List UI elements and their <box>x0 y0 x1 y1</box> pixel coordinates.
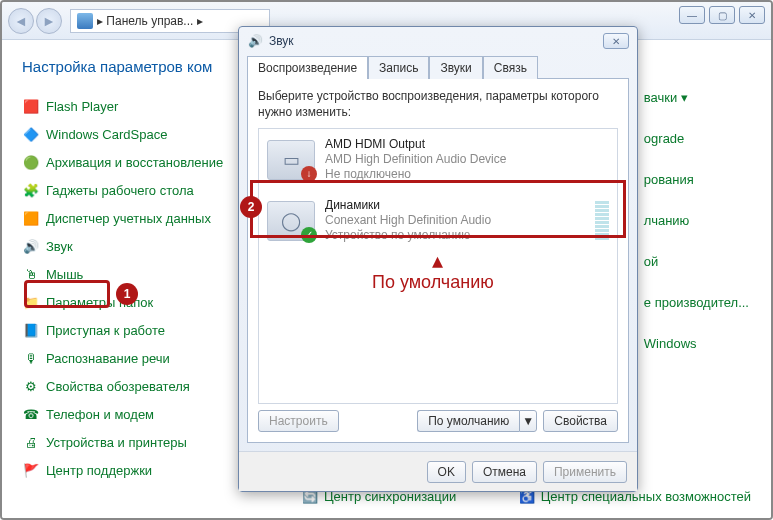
cp-item[interactable]: 🟧Диспетчер учетных данных <box>22 209 223 227</box>
cp-item-icon: ⚙ <box>22 377 40 395</box>
control-panel-icon <box>77 13 93 29</box>
cancel-button[interactable]: Отмена <box>472 461 537 483</box>
cp-item-icon: ☎ <box>22 405 40 423</box>
tab-Связь[interactable]: Связь <box>483 56 538 79</box>
annotation-highlight-sound <box>24 280 110 308</box>
configure-button[interactable]: Настроить <box>258 410 339 432</box>
tab-Запись[interactable]: Запись <box>368 56 429 79</box>
cp-item-label: Свойства обозревателя <box>46 379 190 394</box>
annotation-badge-2: 2 <box>240 196 262 218</box>
annotation-default-label: По умолчанию <box>372 272 494 293</box>
tab-Звуки[interactable]: Звуки <box>429 56 482 79</box>
speaker-icon: 🔊 <box>247 33 263 49</box>
right-hint[interactable]: ой <box>644 254 749 269</box>
dialog-titlebar: 🔊 Звук ✕ <box>239 27 637 55</box>
right-hint[interactable]: лчанию <box>644 213 749 228</box>
right-hint[interactable]: е производител... <box>644 295 749 310</box>
cp-item[interactable]: 📘Приступая к работе <box>22 321 223 339</box>
nav-back-button[interactable]: ◄ <box>8 8 34 34</box>
cp-item-icon: 🚩 <box>22 461 40 479</box>
cp-item-label: Архивация и восстановление <box>46 155 223 170</box>
cp-item[interactable]: 🖨Устройства и принтеры <box>22 433 223 451</box>
dialog-title-text: Звук <box>269 34 294 48</box>
nav-forward-button[interactable]: ► <box>36 8 62 34</box>
set-default-dropdown[interactable]: ▼ <box>519 410 537 432</box>
cp-item-label: Приступая к работе <box>46 323 165 338</box>
cp-item-icon: 🟧 <box>22 209 40 227</box>
cp-item-label: Устройства и принтеры <box>46 435 187 450</box>
tab-Воспроизведение[interactable]: Воспроизведение <box>247 56 368 79</box>
cp-item-label: Гаджеты рабочего стола <box>46 183 194 198</box>
maximize-button[interactable]: ▢ <box>709 6 735 24</box>
close-button[interactable]: ✕ <box>739 6 765 24</box>
cp-item-icon: 🧩 <box>22 181 40 199</box>
cp-item-icon: 🔷 <box>22 125 40 143</box>
cp-item-label: Windows CardSpace <box>46 127 167 142</box>
breadcrumb-sep2: ▸ <box>197 14 203 28</box>
minimize-button[interactable]: — <box>679 6 705 24</box>
dialog-tabs: ВоспроизведениеЗаписьЗвукиСвязь <box>239 55 637 78</box>
dialog-footer: OK Отмена Применить <box>239 451 637 491</box>
breadcrumb-text: Панель управ... <box>106 14 193 28</box>
dialog-close-button[interactable]: ✕ <box>603 33 629 49</box>
cp-item-label: Центр поддержки <box>46 463 152 478</box>
cp-item-icon: 🖨 <box>22 433 40 451</box>
cp-item[interactable]: 🔊Звук <box>22 237 223 255</box>
device-name: AMD HDMI Output <box>325 137 506 152</box>
cp-item[interactable]: 🟢Архивация и восстановление <box>22 153 223 171</box>
right-column-hints: вачки ▾ogradeрованиялчаниюойе производит… <box>644 90 749 351</box>
device-thumb: ▭ ↓ <box>267 140 315 180</box>
cp-item[interactable]: ☎Телефон и модем <box>22 405 223 423</box>
annotation-badge-1: 1 <box>116 283 138 305</box>
cp-item-icon: 🟥 <box>22 97 40 115</box>
cp-item-icon: 🔊 <box>22 237 40 255</box>
cp-item-label: Звук <box>46 239 73 254</box>
right-hint[interactable]: ograde <box>644 131 749 146</box>
breadcrumb-sep: ▸ <box>97 14 103 28</box>
device-driver: AMD High Definition Audio Device <box>325 152 506 167</box>
instruction-text: Выберите устройство воспроизведения, пар… <box>258 89 618 120</box>
cp-item-label: Телефон и модем <box>46 407 154 422</box>
cp-item[interactable]: 🧩Гаджеты рабочего стола <box>22 181 223 199</box>
cp-item[interactable]: ⚙Свойства обозревателя <box>22 377 223 395</box>
cp-item-label: Распознавание речи <box>46 351 170 366</box>
cp-item-icon: 🎙 <box>22 349 40 367</box>
cp-item-label: Flash Player <box>46 99 118 114</box>
right-hint[interactable]: Windows <box>644 336 749 351</box>
annotation-arrow-icon: ▴ <box>432 248 443 274</box>
properties-button[interactable]: Свойства <box>543 410 618 432</box>
cp-item[interactable]: 🟥Flash Player <box>22 97 223 115</box>
cp-item-label: Диспетчер учетных данных <box>46 211 211 226</box>
cp-item-icon: 📘 <box>22 321 40 339</box>
cp-item[interactable]: 🚩Центр поддержки <box>22 461 223 479</box>
apply-button[interactable]: Применить <box>543 461 627 483</box>
right-hint[interactable]: вачки ▾ <box>644 90 749 105</box>
cp-item[interactable]: 🔷Windows CardSpace <box>22 125 223 143</box>
annotation-highlight-device <box>250 180 626 238</box>
set-default-button[interactable]: По умолчанию ▼ <box>417 410 537 432</box>
cp-item-icon: 🟢 <box>22 153 40 171</box>
right-hint[interactable]: рования <box>644 172 749 187</box>
ok-button[interactable]: OK <box>427 461 466 483</box>
cp-item[interactable]: 🎙Распознавание речи <box>22 349 223 367</box>
